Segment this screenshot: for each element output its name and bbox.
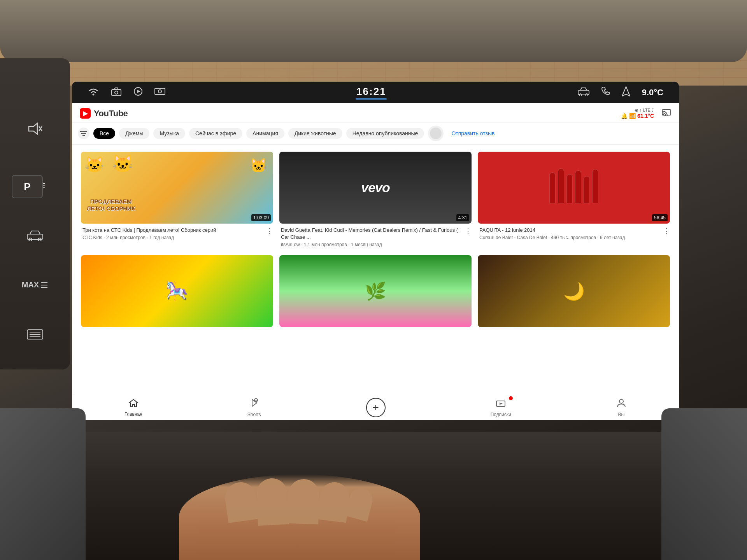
video-meta-2: itsAirLow · 1,1 млн просмотров · 1 месяц… [281,242,470,247]
tab-live[interactable]: Сейчас в эфире [189,128,242,139]
status-bar: 16:21 9.0°C [72,82,679,103]
vevo-logo: vevo [361,180,390,195]
parking-button[interactable]: P [12,175,43,198]
video-grid: ПРОДЛЕВАЕМ ЛЕТО! СБОРНИК 🐱 🐱 🐱 1:03:09 ⋮… [72,145,679,339]
tab-animation[interactable]: Анимация [246,128,284,139]
svg-rect-18 [155,88,165,94]
svg-marker-17 [137,90,140,93]
home-label: Главная [124,411,142,417]
max-control[interactable]: MAX [22,280,48,289]
nav-icon [622,86,630,99]
cast-icon[interactable] [662,108,671,118]
svg-rect-14 [112,89,121,96]
svg-marker-30 [500,402,503,405]
video-thumb-5: 🌿 [279,255,472,327]
video-info-4 [81,327,273,332]
create-button[interactable]: + [366,398,386,417]
rear-heat-icon [25,325,45,344]
hand [179,474,420,560]
video-info-5 [279,327,472,332]
car-body-right [661,408,747,560]
video-thumb-2: vevo 4:31 [279,152,472,224]
tab-recent[interactable]: Недавно опубликованные [346,128,424,139]
video-card-5[interactable]: 🌿 [276,252,475,335]
status-center: 16:21 [356,86,387,100]
car-body-left [0,408,86,560]
youtube-logo-text: YouTube [94,108,128,119]
max-label: MAX [22,280,39,289]
nav-create[interactable]: + [366,398,386,417]
you-label: Вы [618,412,625,417]
status-time: 16:21 [356,86,386,98]
video-meta-3: Cursuri de Balet - Casa De Balet · 490 т… [479,235,668,240]
left-control-panel: P AIR CARE MAX [0,58,70,369]
video-thumb-4: 🎠 [81,255,273,327]
status-right: 9.0°C [577,86,663,99]
youtube-logo: ▶ YouTube [80,108,128,119]
outside-temperature: 9.0°C [642,88,663,98]
duration-badge-3: 56:45 [652,214,668,221]
video-title-3: PAQUITA - 12 iunie 2014 [479,227,661,234]
rear-heat-control[interactable] [25,325,45,344]
filter-icon[interactable] [78,128,89,139]
device-temp: 🔔 📶 61.1°C [621,113,654,119]
category-tabs: Все Джемы Музыка Сейчас в эфире Анимация… [72,122,679,145]
shorts-icon [249,398,259,410]
youtube-header: ▶ YouTube ◉ ↑ LTE ⤴ 🔔 📶 61.1°C [72,103,679,122]
video-card-3[interactable]: 56:45 ⋮ PAQUITA - 12 iunie 2014 Cursuri … [475,149,673,252]
duration-badge-2: 4:31 [456,214,469,221]
svg-point-13 [93,93,95,95]
car-icon [25,226,45,245]
tab-games[interactable]: Джемы [119,128,149,139]
wifi-icon [88,87,99,98]
tab-wildlife[interactable]: Дикие животные [288,128,342,139]
video-info-3: ⋮ PAQUITA - 12 iunie 2014 Cursuri de Bal… [478,224,670,242]
profile-icon [616,398,626,410]
youtube-header-right: ◉ ↑ LTE ⤴ 🔔 📶 61.1°C [621,108,671,119]
nav-subscriptions[interactable]: Подписки [491,398,511,417]
youtube-logo-icon: ▶ [80,108,91,119]
video-card-2[interactable]: vevo 4:31 ⋮ David Guetta Feat. Kid Cudi … [276,149,475,252]
car-shape-control[interactable] [25,226,45,245]
tab-all[interactable]: Все [93,128,115,139]
nav-home[interactable]: Главная [124,398,142,417]
video-more-2[interactable]: ⋮ [465,227,472,235]
video-more-1[interactable]: ⋮ [266,227,273,235]
video-title-1: Три кота на СТС Kids | Продлеваем лето! … [82,227,264,234]
video-meta-1: СТС Kids · 2 млн просмотров · 1 год наза… [82,235,272,240]
time-underline [356,98,387,100]
svg-marker-23 [622,87,630,96]
tab-for-you-circle[interactable] [428,126,444,141]
video-card-6[interactable]: 🌙 [475,252,673,335]
svg-marker-0 [29,123,37,134]
car-headliner [0,0,747,62]
feedback-button[interactable]: Отправить отзыв [451,130,494,136]
phone-icon [601,86,610,99]
subscriptions-icon [496,398,506,410]
video-info-6 [478,327,670,332]
play-icon [133,87,143,98]
video-info-2: ⋮ David Guetta Feat. Kid Cudi - Memories… [279,224,472,249]
video-card-1[interactable]: ПРОДЛЕВАЕМ ЛЕТО! СБОРНИК 🐱 🐱 🐱 1:03:09 ⋮… [78,149,276,252]
svg-point-19 [158,90,161,93]
volume-icon [25,119,45,138]
nav-you[interactable]: Вы [616,398,626,417]
volume-control[interactable] [25,119,45,138]
video-card-4[interactable]: 🎠 [78,252,276,335]
video-thumb-6: 🌙 [478,255,670,327]
shorts-label: Shorts [247,412,261,417]
duration-badge-1: 1:03:09 [251,214,271,221]
subscriptions-label: Подписки [491,412,511,417]
youtube-app: ▶ YouTube ◉ ↑ LTE ⤴ 🔔 📶 61.1°C [72,103,679,420]
tab-music[interactable]: Музыка [153,128,185,139]
svg-rect-3 [27,234,43,240]
signal-indicator: ◉ ↑ LTE ⤴ 🔔 📶 61.1°C [621,108,654,119]
video-more-3[interactable]: ⋮ [663,227,670,235]
car-status-icon [577,87,590,98]
camera-icon [111,87,122,98]
photo-icon [154,87,165,98]
nav-shorts[interactable]: Shorts [247,398,261,417]
home-icon [128,398,139,410]
subscription-badge [509,396,513,400]
svg-point-31 [619,399,623,403]
